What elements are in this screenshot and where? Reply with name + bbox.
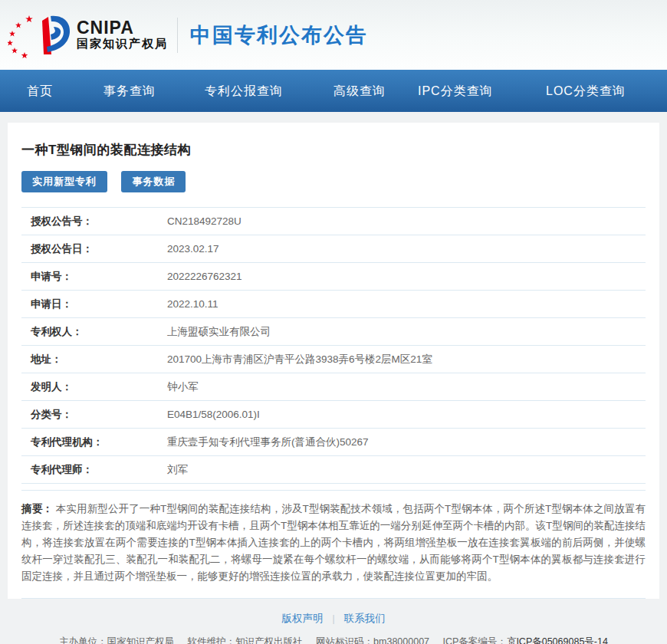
logo-org-text: 国家知识产权局	[77, 37, 168, 51]
site-footer: 版权声明|联系我们 主办单位：国家知识产权局 软件维护：知识产权出版社 网站标识…	[0, 599, 667, 644]
field-label: 地址：	[21, 353, 167, 366]
header-divider	[177, 18, 178, 53]
field-row-patentee: 专利权人： 上海盟硕实业有限公司	[21, 317, 646, 345]
field-value: CN218492728U	[167, 215, 242, 227]
footer-site-code: 网站标识码：bm38000007	[316, 636, 429, 644]
logo-mark-icon	[35, 12, 72, 59]
field-value: 刘军	[167, 463, 188, 477]
field-row-application-date: 申请日： 2022.10.11	[21, 290, 646, 317]
contact-link[interactable]: 联系我们	[344, 613, 386, 624]
field-label: 申请号：	[21, 270, 167, 284]
field-label: 专利权人：	[21, 325, 167, 339]
field-label: 授权公告号：	[21, 215, 167, 228]
field-row-agency: 专利代理机构： 重庆壹手知专利代理事务所(普通合伙)50267	[21, 428, 646, 455]
field-row-inventor: 发明人： 钟小军	[21, 373, 646, 400]
footer-icp-label: ICP备案编号：	[443, 636, 507, 644]
field-label: 专利代理机构：	[21, 435, 167, 449]
nav-item-affairs[interactable]: 事务查询	[104, 70, 156, 112]
field-label: 发明人：	[21, 380, 167, 394]
content-card: 一种T型钢间的装配连接结构 实用新型专利 事务数据 授权公告号： CN21849…	[8, 123, 659, 599]
patent-title: 一种T型钢间的装配连接结构	[21, 141, 646, 159]
field-value: 上海盟硕实业有限公司	[167, 325, 271, 339]
footer-links: 版权声明|联系我们	[0, 612, 667, 626]
abstract-label: 摘要：	[21, 503, 53, 514]
field-row-classification: 分类号： E04B1/58(2006.01)I	[21, 400, 646, 428]
logo-text: CNIPA 国家知识产权局	[77, 18, 168, 51]
field-value: 钟小军	[167, 380, 199, 394]
field-row-application-number: 申请号： 2022226762321	[21, 262, 646, 290]
footer-icp-value: 京ICP备05069085号-14	[507, 636, 608, 644]
field-label: 授权公告日：	[21, 242, 167, 256]
site-header: CNIPA 国家知识产权局 中国专利公布公告	[0, 0, 667, 70]
footer-link-separator: |	[332, 613, 334, 624]
site-title: 中国专利公布公告	[190, 21, 368, 49]
field-value: 2023.02.17	[167, 243, 219, 255]
footer-host: 主办单位：国家知识产权局	[59, 636, 174, 644]
transaction-data-button[interactable]: 事务数据	[121, 171, 186, 192]
field-label: 专利代理师：	[21, 463, 167, 477]
logo-cnipa-text: CNIPA	[77, 18, 168, 37]
footer-maintain: 软件维护：知识产权出版社	[188, 636, 303, 644]
field-row-grant-number: 授权公告号： CN218492728U	[21, 207, 646, 235]
nav-item-ipc[interactable]: IPC分类查询	[418, 70, 493, 112]
logo-stars-icon	[8, 12, 35, 58]
patent-abstract: 摘要： 本实用新型公开了一种T型钢间的装配连接结构，涉及T型钢装配技术领域，包括…	[21, 490, 646, 599]
nav-item-advanced[interactable]: 高级查询	[334, 70, 386, 112]
field-value: 2022226762321	[167, 271, 242, 282]
field-value: 重庆壹手知专利代理事务所(普通合伙)50267	[167, 435, 369, 449]
field-row-agent: 专利代理师： 刘军	[21, 455, 646, 483]
field-value: 2022.10.11	[167, 298, 219, 310]
patent-fields: 授权公告号： CN218492728U 授权公告日： 2023.02.17 申请…	[21, 207, 646, 484]
abstract-text: 本实用新型公开了一种T型钢间的装配连接结构，涉及T型钢装配技术领域，包括两个T型…	[21, 503, 646, 582]
patent-type-badge[interactable]: 实用新型专利	[21, 171, 107, 192]
main-nav: 首页 事务查询 专利公报查询 高级查询 IPC分类查询 LOC分类查询	[0, 70, 667, 112]
field-label: 分类号：	[21, 408, 167, 422]
field-value: E04B1/58(2006.01)I	[167, 409, 260, 420]
copyright-link[interactable]: 版权声明	[281, 613, 323, 624]
footer-info-line-1: 主办单位：国家知识产权局 软件维护：知识产权出版社 网站标识码：bm380000…	[0, 636, 667, 644]
field-row-address: 地址： 201700上海市青浦区沪青平公路3938弄6号楼2层M区21室	[21, 345, 646, 373]
field-label: 申请日：	[21, 297, 167, 311]
nav-item-home[interactable]: 首页	[27, 70, 53, 112]
badge-row: 实用新型专利 事务数据	[21, 171, 646, 192]
field-value: 201700上海市青浦区沪青平公路3938弄6号楼2层M区21室	[167, 353, 432, 366]
cnipa-logo[interactable]: CNIPA 国家知识产权局	[8, 12, 168, 59]
footer-icp: ICP备案编号：京ICP备05069085号-14	[443, 636, 608, 644]
nav-item-loc[interactable]: LOC分类查询	[546, 70, 626, 112]
field-row-grant-date: 授权公告日： 2023.02.17	[21, 235, 646, 262]
nav-item-gazette[interactable]: 专利公报查询	[205, 70, 283, 112]
